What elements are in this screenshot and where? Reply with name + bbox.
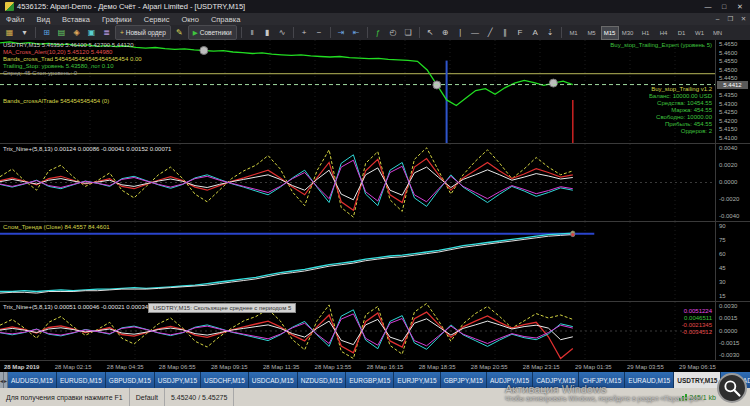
terminal-icon[interactable]: ▣: [84, 25, 99, 40]
arrows-icon[interactable]: ⇣: [543, 25, 558, 40]
zoom-out-icon[interactable]: −: [312, 25, 327, 40]
traffic-counter: 245/1 kb: [689, 394, 716, 401]
profiles-icon[interactable]: ▾: [17, 25, 32, 40]
current-price-badge: 5.4412: [717, 81, 748, 89]
status-bar: Для получения справки нажмите F1 Default…: [0, 388, 750, 406]
chart-tab-gbpjpy[interactable]: GBPJPY,M15: [441, 372, 487, 388]
timeframe-button-m5[interactable]: M5: [583, 26, 601, 40]
time-axis-label: 28 Мар 09:15: [211, 364, 248, 370]
chart-tab-audusd[interactable]: AUDUSD,M15: [8, 372, 57, 388]
chart-tab-usdchf[interactable]: USDCHF,M15: [201, 372, 249, 388]
title-control[interactable]: —: [700, 3, 716, 11]
new-chart-icon[interactable]: ▦: [2, 25, 17, 40]
market-watch-icon[interactable]: ⊞: [39, 25, 54, 40]
timeframe-button-h4[interactable]: H4: [655, 26, 673, 40]
timeframe-button-d1[interactable]: D1: [673, 26, 691, 40]
plot-svg[interactable]: [0, 40, 716, 143]
menu-item-справка[interactable]: Справка: [205, 13, 246, 25]
price-pane[interactable]: 5.46505.46005.45505.45005.44505.44005.43…: [0, 40, 750, 143]
toolbar-separator: [561, 27, 562, 38]
timeframe-button-w1[interactable]: W1: [691, 26, 709, 40]
chart-tab-nzdusd[interactable]: NZDUSD,M15: [298, 372, 347, 388]
data-window-icon[interactable]: ▤: [54, 25, 69, 40]
menu-item-вставка[interactable]: Вставка: [56, 13, 96, 25]
timeframe-button-m30[interactable]: M30: [619, 26, 637, 40]
auto-scroll-icon[interactable]: ⇥: [334, 25, 349, 40]
price-scale: 0.00300.00150.0000-0.0015-0.0030: [715, 302, 750, 360]
chart-window-control[interactable]: –: [711, 15, 724, 23]
trendline-icon[interactable]: ╱: [483, 25, 498, 40]
price-scale-label: 15: [719, 293, 726, 300]
navigator-icon[interactable]: ◈: [69, 25, 84, 40]
time-axis-label: 28 Мар 11:35: [263, 364, 299, 370]
menu-item-графики[interactable]: Графики: [96, 13, 138, 25]
new-order-button[interactable]: +Новый ордер: [115, 25, 171, 40]
chart-tab-usdcad[interactable]: USDCAD,M15: [249, 372, 298, 388]
chart-tab-usdtry[interactable]: USDTRY,M15: [674, 372, 721, 388]
menu-item-файл[interactable]: Файл: [0, 13, 30, 25]
zoom-in-icon[interactable]: +: [297, 25, 312, 40]
toolbar-separator: [241, 27, 242, 38]
chart-shift-icon[interactable]: ⇤: [349, 25, 364, 40]
autotrading-button[interactable]: ▶Советники: [188, 25, 237, 40]
chart-tab-eurusd[interactable]: EURUSD,M15: [57, 372, 106, 388]
menu-item-сервис[interactable]: Сервис: [138, 13, 176, 25]
chart-tab-chfjpy[interactable]: CHFJPY,M15: [579, 372, 625, 388]
cursor-icon[interactable]: ↖: [423, 25, 438, 40]
title-control[interactable]: □: [716, 3, 732, 11]
series-trix2-red: [0, 312, 573, 358]
text-label-icon[interactable]: A: [528, 25, 543, 40]
timeframe-button-mn[interactable]: MN: [709, 26, 727, 40]
line-chart-icon[interactable]: ∿: [275, 25, 290, 40]
chart-window-control[interactable]: ❐: [724, 15, 737, 23]
price-scale-label: 0.0030: [719, 303, 737, 310]
chart-tab-gbpusd[interactable]: GBPUSD,M15: [106, 372, 155, 388]
timeframe-button-h1[interactable]: H1: [637, 26, 655, 40]
candles-chart-icon[interactable]: ▮: [260, 25, 275, 40]
plot-svg[interactable]: [0, 144, 716, 221]
chart-tab-audjpy[interactable]: AUDJPY,M15: [487, 372, 533, 388]
price-scale-label: 45: [719, 265, 726, 272]
chart-marker: [571, 233, 575, 237]
templates-icon[interactable]: ❏: [401, 25, 416, 40]
time-axis-label: 28 Мар 20:55: [471, 364, 508, 370]
crosshair-icon[interactable]: ⊕: [438, 25, 453, 40]
oscillator-pane-2[interactable]: 0.00300.00150.0000-0.0015-0.0030Trix_Nin…: [0, 302, 750, 360]
indicators-icon[interactable]: ƒ: [371, 25, 386, 40]
chart-tab-eurgbp[interactable]: EURGBP,M15: [346, 372, 394, 388]
momentum-pane[interactable]: 907560453015Слом_Тренда (Close) 84.4557 …: [0, 222, 750, 301]
chart-tab-euraud[interactable]: EURAUD,M15: [625, 372, 674, 388]
timeframe-button-m1[interactable]: M1: [565, 26, 583, 40]
timeframe-button-m15[interactable]: M15: [601, 26, 619, 40]
time-axis-label: 29 Мар 03:55: [627, 364, 664, 370]
vertical-line-icon[interactable]: ∣: [453, 25, 468, 40]
price-scale: 5.46505.46005.45505.45005.44505.44005.43…: [715, 40, 750, 143]
price-scale-label: 60: [719, 251, 726, 258]
price-scale-label: -0.0040: [719, 213, 739, 220]
zoom-button[interactable]: [717, 373, 747, 403]
chart-tab-eurjpy[interactable]: EURJPY,M15: [394, 372, 440, 388]
chart-tab-cadjpy[interactable]: CADJPY,M15: [533, 372, 579, 388]
price-scale-label: 0.0000: [719, 328, 737, 335]
fibonacci-icon[interactable]: F: [513, 25, 528, 40]
strategy-tester-icon[interactable]: ≣: [99, 25, 114, 40]
chart-window-control[interactable]: ✕: [737, 15, 750, 23]
time-axis: 28 Мар 201928 Мар 02:1528 Мар 04:3528 Ма…: [0, 360, 750, 372]
horizontal-line-icon[interactable]: ―: [468, 25, 483, 40]
channel-icon[interactable]: ∥: [498, 25, 513, 40]
time-axis-label: 28 Мар 04:35: [107, 364, 144, 370]
menu-item-окно[interactable]: Окно: [175, 13, 204, 25]
periods-icon[interactable]: ◴: [386, 25, 401, 40]
title-control[interactable]: ✕: [732, 3, 748, 11]
chart-area[interactable]: 5.46505.46005.45505.45005.44505.44005.43…: [0, 40, 750, 360]
price-scale-label: -0.0020: [719, 196, 739, 203]
plot-svg[interactable]: [0, 222, 716, 301]
menu-item-вид[interactable]: Вид: [30, 13, 56, 25]
price-scale-label: 5.4250: [719, 109, 737, 116]
time-axis-label: 28 Мар 13:55: [315, 364, 352, 370]
oscillator-pane-1[interactable]: 0.00400.00200.0000-0.0020-0.0040Trix_Nin…: [0, 144, 750, 221]
plot-svg[interactable]: [0, 302, 716, 360]
chart-tab-usdjpy[interactable]: USDJPY,M15: [155, 372, 201, 388]
metaeditor-icon[interactable]: ✎: [172, 25, 187, 40]
bars-chart-icon[interactable]: ‖: [245, 25, 260, 40]
